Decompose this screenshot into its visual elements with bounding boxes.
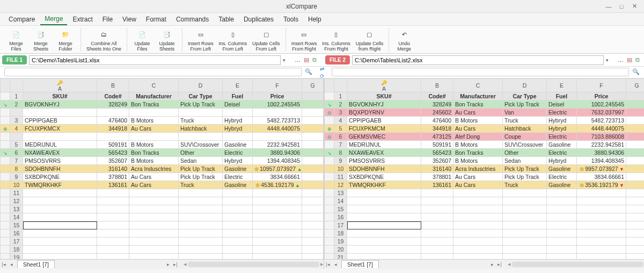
row-gutter[interactable] (325, 157, 334, 165)
cell-code[interactable]: 476400 (97, 117, 129, 125)
file1-save-icon[interactable]: ▤ (304, 56, 309, 63)
cell-empty[interactable] (626, 109, 645, 117)
cell-empty[interactable] (626, 117, 645, 125)
cell-sku[interactable]: BGVOKNHYJ (23, 100, 97, 109)
col-header-G[interactable]: G (302, 79, 324, 92)
cell-empty[interactable] (347, 221, 421, 229)
cell-empty[interactable] (626, 125, 645, 133)
cell-empty[interactable] (23, 229, 97, 238)
cell-price[interactable]: 5482.723713 (253, 117, 302, 125)
cell-empty[interactable] (547, 246, 577, 254)
cell-price[interactable]: 4448.440075 (253, 125, 302, 133)
row-header[interactable]: 13 (334, 189, 347, 197)
cell-empty[interactable] (421, 205, 453, 213)
cell-empty[interactable] (223, 238, 253, 246)
cell-empty[interactable] (453, 229, 503, 238)
cell-empty[interactable] (23, 254, 97, 260)
cell-empty[interactable] (626, 141, 645, 149)
row-header[interactable]: 16 (10, 229, 23, 238)
row-header[interactable]: 7 (10, 157, 23, 165)
cell-empty[interactable] (302, 221, 324, 229)
cell-price[interactable]: 10957.073927 (253, 165, 302, 173)
col-header-E[interactable]: E (223, 79, 253, 92)
cell-empty[interactable] (129, 254, 179, 260)
row-header[interactable]: 9 (334, 157, 347, 165)
cell-sku[interactable]: SXBDPKQNE (347, 173, 421, 181)
cell-sku[interactable]: SDOHBNNFH (347, 165, 421, 173)
cell-empty[interactable] (23, 197, 97, 205)
row-header[interactable]: 18 (334, 229, 347, 238)
row-gutter[interactable] (1, 165, 10, 173)
cell-code[interactable]: 316140 (421, 165, 453, 173)
row-header[interactable]: 1 (334, 92, 347, 100)
cell-empty[interactable] (453, 197, 503, 205)
hscroll-left[interactable]: ◂ (184, 261, 187, 268)
cell-code[interactable]: 509191 (421, 141, 453, 149)
cell-sku[interactable]: NXAWEAVEX (23, 149, 97, 157)
cell-fuel[interactable]: Electric (547, 133, 577, 141)
cell-empty[interactable] (253, 238, 302, 246)
row-header[interactable]: 10 (334, 165, 347, 173)
cell-cartype[interactable]: Pick Up Track (503, 165, 547, 173)
cell-empty[interactable] (129, 229, 179, 238)
cell-manufacturer[interactable]: Au Cars (129, 181, 179, 189)
cell-empty[interactable] (577, 205, 626, 213)
cell-price[interactable]: 3880.94306 (253, 149, 302, 157)
row-header[interactable]: 4 (334, 117, 347, 125)
cell-code[interactable]: 344918 (421, 125, 453, 133)
cell-manufacturer[interactable]: Au Cars (453, 181, 503, 189)
col-header-A[interactable]: 🔑A (23, 79, 97, 92)
cell-empty[interactable] (97, 197, 129, 205)
row-gutter[interactable] (1, 117, 10, 125)
cell-empty[interactable] (503, 213, 547, 221)
cell-fuel[interactable]: Hybryd (547, 117, 577, 125)
cell-sku[interactable]: MEDRIJNUL (23, 141, 97, 149)
cell-empty[interactable] (302, 197, 324, 205)
cell-cartype[interactable]: Pick Up Track (179, 100, 223, 109)
file2-save-icon[interactable]: ▤ (627, 56, 632, 63)
cell-fuel[interactable]: Gasoline (223, 165, 253, 173)
cell-empty[interactable] (626, 165, 645, 173)
hscroll-left[interactable]: ◂ (508, 261, 511, 268)
cell-cartype[interactable]: Truck (503, 181, 547, 189)
cell-cartype[interactable]: Coupe (503, 133, 547, 141)
cell-sku[interactable]: GEKMSVMEC (347, 133, 421, 141)
row-header[interactable]: 2 (334, 100, 347, 109)
cell-empty[interactable] (347, 197, 421, 205)
cell-empty[interactable] (453, 238, 503, 246)
cell-empty[interactable] (503, 246, 547, 254)
row-header[interactable]: 14 (334, 197, 347, 205)
row-header[interactable]: 20 (334, 246, 347, 254)
cell-empty[interactable] (129, 213, 179, 221)
cell-empty[interactable] (626, 213, 645, 221)
cell-cartype[interactable]: Hatchback (503, 125, 547, 133)
cell-empty[interactable] (577, 229, 626, 238)
cell-sku[interactable]: SDOHBNNFH (23, 165, 97, 173)
cell-empty[interactable] (302, 254, 324, 260)
cell-cartype[interactable]: Pick Up Track (179, 165, 223, 173)
row-gutter[interactable] (325, 117, 334, 125)
cell-empty[interactable] (547, 238, 577, 246)
cell-empty[interactable] (302, 205, 324, 213)
cell-empty[interactable] (302, 117, 324, 125)
cell-empty[interactable] (179, 205, 223, 213)
cell-empty[interactable] (97, 238, 129, 246)
cell-empty[interactable] (421, 246, 453, 254)
file2-search-input[interactable] (332, 68, 629, 76)
cell-empty[interactable] (223, 197, 253, 205)
ribbon-undo[interactable]: ↶UndoMerge (392, 27, 416, 53)
cell-price[interactable]: 1394.408345 (253, 157, 302, 165)
cell-code[interactable]: 136161 (97, 181, 129, 189)
window-maximize-button[interactable]: □ (616, 2, 627, 11)
cell-cartype[interactable]: Truck (179, 117, 223, 125)
field-header[interactable]: Fuel (547, 92, 577, 100)
cell-empty[interactable] (23, 213, 97, 221)
cell-empty[interactable] (179, 254, 223, 260)
cell-cartype[interactable]: Truck (179, 181, 223, 189)
row-gutter[interactable]: ⊖ (325, 109, 334, 117)
cell-empty[interactable] (302, 173, 324, 181)
cell-code[interactable]: 565423 (421, 149, 453, 157)
field-header[interactable]: Code# (97, 92, 129, 100)
ribbon-merge[interactable]: 📄MergeFiles (4, 27, 28, 53)
cell-price[interactable]: 9957.073927 (577, 165, 626, 173)
